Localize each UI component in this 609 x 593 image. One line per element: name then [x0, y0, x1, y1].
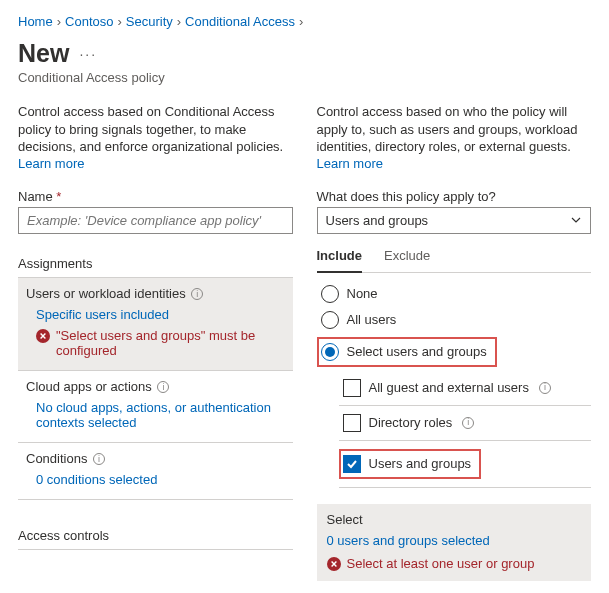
learn-more-link-right[interactable]: Learn more — [317, 156, 383, 171]
apply-to-value: Users and groups — [326, 213, 429, 228]
left-column: Control access based on Conditional Acce… — [18, 103, 293, 581]
info-icon[interactable]: i — [191, 288, 203, 300]
conditions-section[interactable]: Conditions i 0 conditions selected — [18, 443, 293, 500]
assignments-heading: Assignments — [18, 248, 293, 278]
chevron-right-icon: › — [177, 14, 181, 29]
select-panel-error: Select at least one user or group — [327, 556, 582, 571]
breadcrumb-security[interactable]: Security — [126, 14, 173, 29]
left-description: Control access based on Conditional Acce… — [18, 103, 293, 156]
access-controls-heading: Access controls — [18, 520, 293, 550]
right-column: Control access based on who the policy w… — [317, 103, 592, 581]
divider — [339, 405, 592, 406]
breadcrumb: Home › Contoso › Security › Conditional … — [18, 14, 591, 29]
name-input[interactable] — [18, 207, 293, 234]
divider — [339, 487, 592, 488]
check-guest-external[interactable]: All guest and external users i — [343, 379, 592, 397]
cloud-apps-link[interactable]: No cloud apps, actions, or authenticatio… — [36, 400, 271, 430]
chevron-right-icon: › — [117, 14, 121, 29]
conditions-link[interactable]: 0 conditions selected — [36, 472, 157, 487]
radio-icon — [321, 285, 339, 303]
chevron-down-icon — [570, 214, 582, 226]
conditions-header: Conditions — [26, 451, 87, 466]
divider — [339, 440, 592, 441]
users-workload-identities-section[interactable]: Users or workload identities i Specific … — [18, 278, 293, 371]
breadcrumb-contoso[interactable]: Contoso — [65, 14, 113, 29]
tab-exclude[interactable]: Exclude — [384, 244, 430, 272]
include-exclude-tabs: Include Exclude — [317, 244, 592, 273]
info-icon[interactable]: i — [462, 417, 474, 429]
check-directory-roles[interactable]: Directory roles i — [343, 414, 592, 432]
error-icon — [327, 557, 341, 571]
users-wi-header: Users or workload identities — [26, 286, 186, 301]
more-actions-button[interactable]: ··· — [79, 46, 97, 62]
tab-include[interactable]: Include — [317, 244, 363, 273]
highlight-users-and-groups: Users and groups — [339, 449, 482, 479]
info-icon[interactable]: i — [539, 382, 551, 394]
users-wi-link[interactable]: Specific users included — [36, 307, 169, 322]
apply-to-label: What does this policy apply to? — [317, 189, 592, 204]
info-icon[interactable]: i — [157, 381, 169, 393]
info-icon[interactable]: i — [93, 453, 105, 465]
breadcrumb-conditional-access[interactable]: Conditional Access — [185, 14, 295, 29]
select-panel-label: Select — [327, 512, 582, 527]
checkbox-icon — [343, 455, 361, 473]
radio-all-users[interactable]: All users — [321, 311, 592, 329]
name-label: Name * — [18, 189, 293, 204]
radio-none[interactable]: None — [321, 285, 592, 303]
chevron-right-icon: › — [57, 14, 61, 29]
users-wi-error: "Select users and groups" must be config… — [36, 328, 285, 358]
select-panel: Select 0 users and groups selected Selec… — [317, 504, 592, 581]
page-subtitle: Conditional Access policy — [18, 70, 591, 85]
right-description: Control access based on who the policy w… — [317, 103, 592, 156]
highlight-select-users-groups: Select users and groups — [317, 337, 497, 367]
learn-more-link-left[interactable]: Learn more — [18, 156, 84, 171]
checkbox-icon — [343, 414, 361, 432]
radio-select-users-groups[interactable]: Select users and groups — [321, 343, 487, 361]
breadcrumb-home[interactable]: Home — [18, 14, 53, 29]
checkbox-icon — [343, 379, 361, 397]
radio-icon — [321, 343, 339, 361]
select-panel-link[interactable]: 0 users and groups selected — [327, 533, 490, 548]
chevron-right-icon: › — [299, 14, 303, 29]
error-icon — [36, 329, 50, 343]
page-title: New — [18, 39, 69, 68]
cloud-apps-section[interactable]: Cloud apps or actions i No cloud apps, a… — [18, 371, 293, 443]
cloud-apps-header: Cloud apps or actions — [26, 379, 152, 394]
radio-icon — [321, 311, 339, 329]
apply-to-select[interactable]: Users and groups — [317, 207, 592, 234]
check-users-and-groups[interactable]: Users and groups — [343, 455, 472, 473]
